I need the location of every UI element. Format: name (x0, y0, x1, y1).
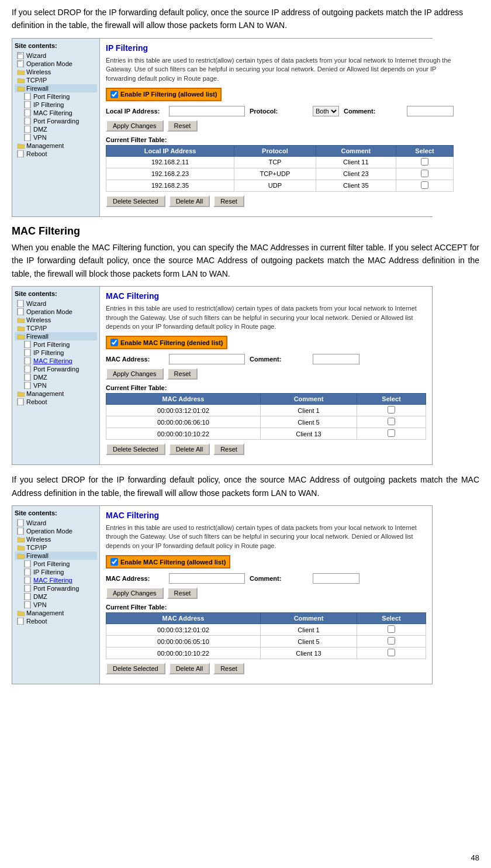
delete-all-btn-1[interactable]: Delete All (169, 195, 210, 207)
select-cell[interactable] (357, 624, 426, 636)
sidebar-item-macfiltering-2[interactable]: MAC Filtering (15, 357, 97, 365)
row-checkbox[interactable] (421, 181, 428, 189)
mac-filtering-allowed-desc: Entries in this table are used to restri… (106, 523, 426, 550)
sidebar-item-vpn-2[interactable]: VPN (15, 381, 97, 390)
row-checkbox[interactable] (388, 625, 395, 633)
sidebar-item-firewall-1[interactable]: Firewall (15, 84, 97, 92)
sidebar-item-portforwarding-2[interactable]: Port Forwarding (15, 365, 97, 373)
sidebar-item-portfiltering-3[interactable]: Port Filtering (15, 560, 97, 568)
reset-btn-2[interactable]: Reset (167, 368, 198, 380)
sidebar-item-management-3[interactable]: Management (15, 609, 97, 617)
mac-address-input-3[interactable] (169, 573, 245, 584)
protocol-select[interactable]: Both (313, 106, 339, 116)
sidebar-item-wireless-1[interactable]: Wireless (15, 68, 97, 76)
sidebar-item-tcpip-3[interactable]: TCP/IP (15, 543, 97, 552)
sidebar-item-opmode-1[interactable]: Operation Mode (15, 60, 97, 68)
page-icon (17, 150, 25, 157)
comment-cell: Client 5 (260, 636, 357, 647)
sidebar-item-reboot-2[interactable]: Reboot (15, 398, 97, 406)
sidebar-item-tcpip-2[interactable]: TCP/IP (15, 324, 97, 332)
page-icon (17, 308, 25, 315)
sidebar-item-tcpip-1[interactable]: TCP/IP (15, 76, 97, 84)
sidebar-item-ipfiltering-1[interactable]: IP Filtering (15, 101, 97, 109)
reset-bottom-btn-1[interactable]: Reset (213, 195, 244, 207)
row-checkbox[interactable] (388, 418, 395, 425)
sidebar-item-dmz-3[interactable]: DMZ (15, 593, 97, 601)
mac-filtering-denied-form-row: MAC Address: Comment: (106, 354, 426, 364)
sidebar-item-wizard-1[interactable]: Wizard (15, 51, 97, 60)
row-checkbox[interactable] (421, 170, 428, 177)
svg-rect-25 (25, 577, 30, 584)
sidebar-item-wizard-2[interactable]: Wizard (15, 299, 97, 308)
sidebar-item-wireless-2[interactable]: Wireless (15, 316, 97, 324)
reset-bottom-btn-3[interactable]: Reset (213, 663, 244, 674)
sidebar-item-dmz-1[interactable]: DMZ (15, 125, 97, 133)
sidebar-item-macfiltering-3[interactable]: MAC Filtering (15, 576, 97, 584)
reset-bottom-btn-2[interactable]: Reset (213, 443, 244, 455)
sidebar-item-vpn-3[interactable]: VPN (15, 601, 97, 609)
select-cell[interactable] (357, 647, 426, 659)
page-icon (24, 560, 32, 567)
sidebar-item-portfiltering-1[interactable]: Port Filtering (15, 92, 97, 101)
mac-filtering-allowed-checkbox[interactable] (110, 558, 118, 566)
comment-cell: Client 13 (260, 428, 357, 440)
col-protocol: Protocol (234, 145, 316, 156)
sidebar-item-dmz-2[interactable]: DMZ (15, 373, 97, 381)
ip-filtering-checkbox[interactable] (110, 91, 118, 98)
sidebar-item-wireless-3[interactable]: Wireless (15, 535, 97, 543)
row-checkbox[interactable] (421, 158, 428, 166)
select-cell[interactable] (357, 405, 426, 416)
sidebar-item-reboot-1[interactable]: Reboot (15, 150, 97, 158)
comment-input-3[interactable] (313, 573, 359, 584)
mac-filtering-denied-enable-bar: Enable MAC Filtering (denied list) (106, 336, 227, 349)
sidebar-item-ipfiltering-2[interactable]: IP Filtering (15, 349, 97, 357)
svg-rect-17 (25, 366, 30, 373)
mac-filtering-denied-title: MAC Filtering (106, 291, 426, 301)
comment-input[interactable] (407, 106, 454, 116)
apply-changes-btn-3[interactable]: Apply Changes (106, 587, 164, 599)
delete-selected-btn-1[interactable]: Delete Selected (106, 195, 165, 207)
delete-selected-btn-2[interactable]: Delete Selected (106, 443, 165, 455)
sidebar-item-opmode-2[interactable]: Operation Mode (15, 308, 97, 316)
sidebar-item-wizard-3[interactable]: Wizard (15, 519, 97, 527)
mac-address-input-2[interactable] (169, 354, 245, 364)
select-cell[interactable] (357, 636, 426, 647)
sidebar-item-management-2[interactable]: Management (15, 390, 97, 398)
select-cell[interactable] (396, 168, 454, 180)
sidebar-item-reboot-3[interactable]: Reboot (15, 617, 97, 625)
folder-icon (17, 390, 25, 397)
sidebar-item-opmode-3[interactable]: Operation Mode (15, 527, 97, 535)
page-icon (17, 60, 25, 67)
select-cell[interactable] (396, 180, 454, 191)
select-cell[interactable] (357, 428, 426, 440)
sidebar-item-portfiltering-2[interactable]: Port Filtering (15, 340, 97, 349)
row-checkbox[interactable] (388, 649, 395, 656)
ip-cell: 192.168.2.23 (106, 168, 234, 180)
delete-all-btn-3[interactable]: Delete All (169, 663, 210, 674)
row-checkbox[interactable] (388, 637, 395, 645)
local-ip-input[interactable] (169, 106, 245, 116)
mac-filtering-allowed-title: MAC Filtering (106, 511, 426, 520)
comment-label-3: Comment: (250, 575, 308, 582)
reset-btn-1[interactable]: Reset (167, 120, 198, 132)
row-checkbox[interactable] (388, 406, 395, 414)
apply-changes-btn-2[interactable]: Apply Changes (106, 368, 164, 380)
delete-selected-btn-3[interactable]: Delete Selected (106, 663, 165, 674)
sidebar-item-firewall-2[interactable]: Firewall (15, 332, 97, 340)
delete-all-btn-2[interactable]: Delete All (169, 443, 210, 455)
sidebar-item-portforwarding-3[interactable]: Port Forwarding (15, 584, 97, 593)
sidebar-item-macfiltering-1[interactable]: MAC Filtering (15, 109, 97, 117)
sidebar-item-ipfiltering-3[interactable]: IP Filtering (15, 568, 97, 576)
svg-rect-8 (25, 118, 30, 125)
comment-input-2[interactable] (313, 354, 359, 364)
apply-changes-btn-1[interactable]: Apply Changes (106, 120, 164, 132)
select-cell[interactable] (357, 416, 426, 428)
sidebar-item-management-1[interactable]: Management (15, 142, 97, 150)
sidebar-item-vpn-1[interactable]: VPN (15, 133, 97, 142)
select-cell[interactable] (396, 156, 454, 168)
row-checkbox[interactable] (388, 429, 395, 437)
sidebar-item-firewall-3[interactable]: Firewall (15, 552, 97, 560)
sidebar-item-portforwarding-1[interactable]: Port Forwarding (15, 117, 97, 125)
mac-filtering-denied-checkbox[interactable] (110, 339, 118, 346)
reset-btn-3[interactable]: Reset (167, 587, 198, 599)
